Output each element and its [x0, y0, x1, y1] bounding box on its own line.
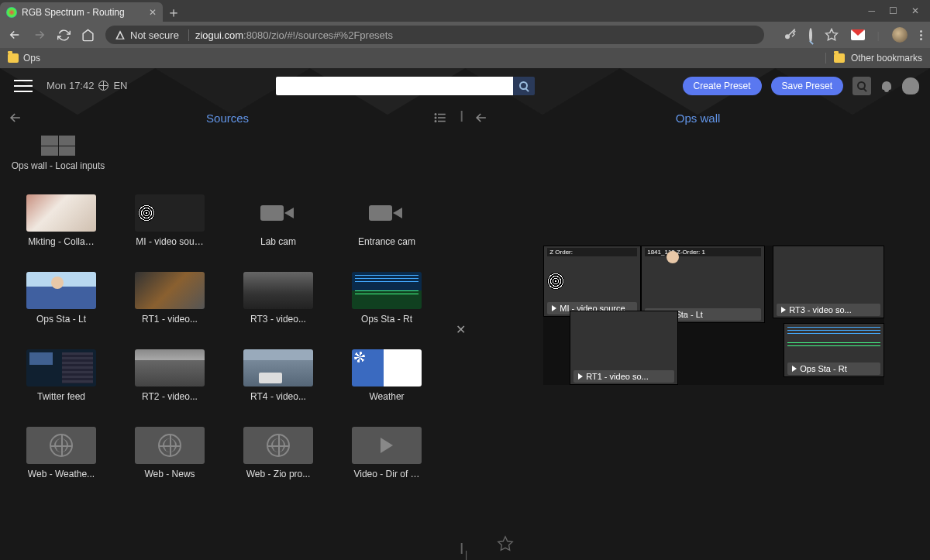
source-thumbnail — [26, 194, 96, 232]
hamburger-menu-icon[interactable] — [11, 77, 36, 95]
zoom-icon[interactable] — [852, 77, 871, 95]
source-item[interactable]: Lab cam — [228, 194, 329, 264]
source-item[interactable]: Twitter feed — [11, 349, 112, 419]
close-panel-icon[interactable]: ✕ — [456, 322, 466, 337]
source-label: Weather — [369, 391, 404, 402]
source-item[interactable]: Video - Dir of … — [336, 427, 437, 496]
wall-window[interactable]: Z Order:MI - video source — [543, 246, 641, 317]
source-item[interactable]: RT1 - video... — [119, 272, 220, 342]
source-label: RT1 - video... — [142, 314, 198, 325]
key-icon[interactable] — [783, 28, 797, 42]
source-thumbnail — [135, 194, 205, 232]
globe-icon — [98, 81, 108, 91]
source-item[interactable]: Weather — [336, 349, 437, 419]
address-bar[interactable]: Not secure ziogui.com:8080/zio/#!/source… — [105, 26, 764, 44]
source-item[interactable]: Web - Weathe... — [11, 427, 112, 496]
gmail-icon[interactable] — [851, 29, 865, 40]
wall-title: Ops wall — [676, 112, 721, 125]
minimize-icon[interactable]: ─ — [868, 5, 875, 16]
reload-icon[interactable] — [57, 29, 71, 42]
source-item[interactable]: MI - video sou… — [119, 194, 220, 264]
source-item[interactable]: RT2 - video... — [119, 349, 220, 419]
panel-divider[interactable]: || ✕ || — [455, 103, 466, 560]
source-item[interactable]: RT3 - video... — [228, 272, 329, 342]
tab-title: RGB Spectrum - Routing — [22, 7, 144, 18]
wall-window-label: RT1 - video so... — [574, 370, 674, 383]
source-group[interactable]: Ops wall - Local inputs — [8, 136, 108, 171]
source-label: Video - Dir of … — [353, 469, 419, 479]
lang-label[interactable]: EN — [113, 80, 127, 91]
favorite-icon[interactable] — [497, 535, 514, 552]
panel-back-icon[interactable] — [474, 110, 489, 125]
wall-window[interactable]: RT3 - video so... — [773, 246, 884, 318]
back-icon[interactable] — [8, 28, 22, 42]
source-item[interactable]: Ops Sta - Lt — [11, 272, 112, 342]
panel-back-icon[interactable] — [8, 110, 23, 125]
source-item[interactable]: Ops Sta - Rt — [336, 272, 437, 342]
wall-window[interactable]: RT1 - video so... — [570, 311, 678, 385]
source-thumbnail — [243, 349, 313, 387]
close-tab-icon[interactable]: ✕ — [149, 7, 157, 18]
create-preset-button[interactable]: Create Preset — [683, 77, 762, 95]
browser-tab[interactable]: RGB Spectrum - Routing ✕ — [0, 2, 163, 22]
not-secure-icon — [115, 29, 126, 40]
source-thumbnail — [243, 194, 313, 232]
user-icon[interactable] — [902, 77, 919, 94]
svg-point-5 — [435, 114, 436, 115]
source-label: MI - video sou… — [136, 236, 203, 247]
menu-icon[interactable] — [920, 30, 922, 40]
group-label: Ops wall - Local inputs — [12, 160, 105, 171]
wall-window[interactable]: Ops Sta - Rt — [784, 323, 884, 377]
source-label: Web - Weathe... — [28, 469, 95, 479]
source-thumbnail — [352, 427, 422, 464]
forward-icon[interactable] — [33, 28, 46, 42]
svg-point-7 — [435, 121, 436, 122]
play-icon — [552, 305, 556, 311]
star-icon[interactable] — [825, 28, 839, 42]
home-icon[interactable] — [81, 29, 95, 42]
svg-point-6 — [435, 117, 436, 119]
list-view-icon[interactable] — [433, 111, 447, 125]
url-text: ziogui.com:8080/zio/#!/sources#%2Fpreset… — [195, 29, 393, 41]
source-item[interactable]: RT4 - video... — [228, 349, 329, 419]
close-window-icon[interactable]: ✕ — [911, 5, 919, 16]
app-search-input[interactable] — [276, 77, 513, 95]
source-thumbnail — [135, 272, 205, 309]
source-label: Ops Sta - Lt — [36, 314, 86, 325]
source-item[interactable]: Entrance cam — [336, 194, 437, 264]
video-wall-canvas[interactable]: Z Order:MI - video source1841_118 Z-Orde… — [543, 246, 884, 385]
source-label: RT3 - video... — [250, 314, 306, 325]
grip-icon: || — [460, 541, 461, 554]
search-icon[interactable] — [809, 29, 812, 41]
profile-avatar[interactable] — [892, 27, 908, 43]
source-thumbnail — [352, 194, 422, 232]
bell-icon[interactable] — [880, 80, 893, 92]
source-thumbnail — [243, 272, 313, 309]
tab-favicon — [6, 7, 17, 18]
source-thumbnail — [26, 427, 96, 464]
source-label: Mkting - Colla… — [28, 236, 94, 247]
source-label: RT2 - video... — [142, 391, 198, 402]
source-item[interactable]: Mkting - Colla… — [11, 194, 112, 264]
folder-icon — [8, 53, 19, 63]
source-thumbnail — [352, 272, 422, 309]
maximize-icon[interactable]: ☐ — [889, 5, 897, 16]
source-item[interactable]: Web - Zio pro... — [228, 427, 329, 496]
source-thumbnail — [243, 427, 313, 464]
source-item[interactable]: Web - News — [119, 427, 220, 496]
source-thumbnail — [26, 272, 96, 309]
bookmark-ops[interactable]: Ops — [23, 53, 40, 64]
sources-title: Sources — [206, 112, 249, 125]
source-label: Twitter feed — [37, 391, 85, 402]
svg-marker-1 — [825, 29, 837, 40]
save-preset-button[interactable]: Save Preset — [771, 77, 843, 95]
source-thumbnail — [352, 349, 422, 387]
new-tab-button[interactable]: ＋ — [163, 2, 184, 22]
folder-icon — [834, 53, 845, 63]
wall-window-meta: 1841_118 Z-Order: 1 — [645, 248, 761, 256]
source-label: Entrance cam — [358, 236, 415, 247]
app-search-button[interactable] — [513, 77, 535, 95]
other-bookmarks[interactable]: Other bookmarks — [851, 53, 922, 64]
source-label: Lab cam — [260, 236, 296, 247]
security-label: Not secure — [130, 29, 179, 41]
